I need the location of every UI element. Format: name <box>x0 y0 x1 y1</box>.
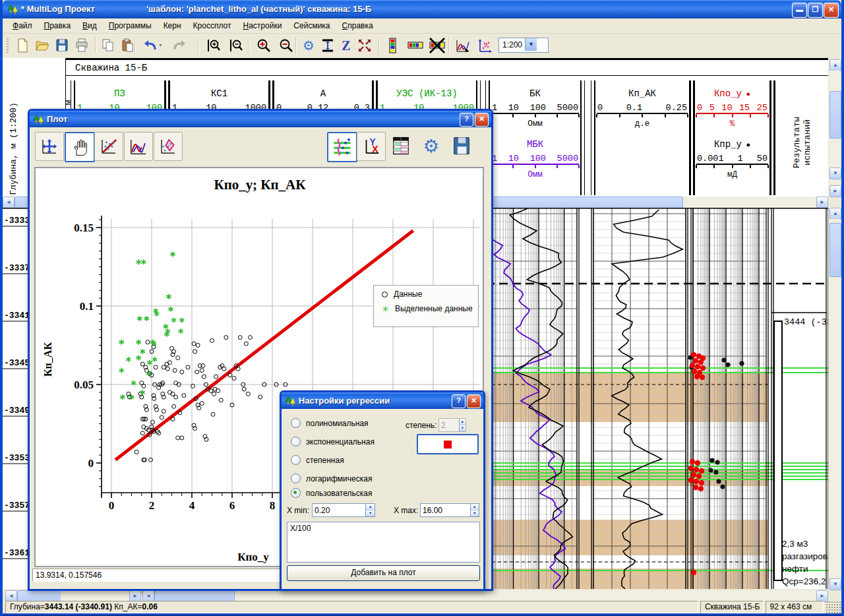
menu-item-5[interactable]: Керн <box>158 19 187 32</box>
toolbar-button-fit-height[interactable] <box>318 36 337 55</box>
x-min-spinner[interactable]: ▲▼ <box>312 503 375 517</box>
x-min-input[interactable] <box>313 504 365 516</box>
add-to-plot-button[interactable]: Добавить на плот <box>287 565 480 581</box>
plot-tool-settings2[interactable]: ⚙ <box>417 132 445 160</box>
menu-item-6[interactable]: Кроссплот <box>187 19 237 32</box>
toolbar-button-paste[interactable] <box>119 36 137 55</box>
tracks-vscroll-thumb[interactable] <box>829 223 841 277</box>
scale-combobox[interactable]: 1:200▼ <box>498 38 549 53</box>
spin-up-icon[interactable]: ▲ <box>471 504 479 510</box>
bottom-hscroll2-track[interactable] <box>154 590 816 601</box>
data-point <box>210 338 214 342</box>
menu-item-1[interactable]: Файл <box>7 19 38 32</box>
toolbar-button-print[interactable] <box>73 36 91 55</box>
combo-dropdown-button[interactable]: ▼ <box>525 38 537 51</box>
menu-item-7[interactable]: Настройки <box>237 19 287 32</box>
curve-name: КС1 <box>170 88 268 99</box>
spin-down-icon[interactable]: ▼ <box>366 510 375 517</box>
svg-text:0.15: 0.15 <box>74 222 94 234</box>
radio-dot[interactable] <box>291 418 301 428</box>
zoom-out-icon <box>278 38 294 53</box>
x-min-spin-arrows[interactable]: ▲▼ <box>365 504 375 516</box>
toolbar-button-curve-colors[interactable] <box>406 36 425 55</box>
toolbar-button-redo[interactable] <box>170 36 189 55</box>
core-sample-dot-red <box>699 480 704 485</box>
radio-степенная[interactable]: степенная <box>291 455 344 465</box>
plot-tool-save2[interactable] <box>448 132 475 160</box>
toolbar-button-zoom-width-in[interactable] <box>204 36 223 55</box>
plot-tool-table[interactable] <box>387 132 415 160</box>
plot-tool-regression[interactable] <box>94 132 123 161</box>
x-max-input[interactable] <box>421 504 470 516</box>
radio-dot[interactable] <box>291 455 301 465</box>
toolbar-button-undo[interactable] <box>141 36 160 55</box>
toolbar-button-open[interactable] <box>33 36 51 55</box>
hscroll-right-button[interactable]: ► <box>816 197 828 208</box>
plot-tool-series[interactable] <box>327 132 357 162</box>
tracks-vscroll-down-button[interactable]: ▼ <box>829 578 841 590</box>
formula-textarea[interactable]: X/100 <box>287 522 480 563</box>
radio-dot[interactable] <box>291 488 301 498</box>
menu-item-3[interactable]: Вид <box>76 19 103 32</box>
plot-tool-pan[interactable] <box>35 132 64 161</box>
toolbar-button-zoom-width-out[interactable] <box>227 36 245 55</box>
menu-item-9[interactable]: Справка <box>336 19 379 32</box>
header-vscroll-down-button[interactable]: ▼ <box>829 168 841 179</box>
minimize-button[interactable]: ▬ <box>792 3 807 18</box>
toolbar-button-fit-screen[interactable] <box>355 36 374 55</box>
toolbar-button-curve-colors-off[interactable] <box>428 36 446 55</box>
degree-spinner[interactable]: ▲▼ <box>438 418 466 432</box>
data-point <box>173 369 177 373</box>
header-vscroll-up-button[interactable]: ▲ <box>829 59 841 71</box>
x-max-spinner[interactable]: ▲▼ <box>420 503 479 517</box>
menu-item-8[interactable]: Сейсмика <box>287 19 336 32</box>
hscroll-left-button[interactable]: ◄ <box>3 197 15 208</box>
radio-логарифмическая[interactable]: логарифмическая <box>291 474 372 483</box>
regression-color-button[interactable] <box>417 434 479 454</box>
status-depth-readout: Глубина=3443.14 (-3340.91) Кп_АК=0.06 <box>5 601 698 613</box>
plot-tool-axes[interactable]: YX <box>357 132 386 161</box>
radio-пользовательская[interactable]: пользовательская <box>291 488 372 498</box>
toolbar-button-zoom-out[interactable] <box>277 36 295 55</box>
toolbar-button-track-colors[interactable] <box>384 36 402 55</box>
resize-grip[interactable] <box>826 601 841 613</box>
toolbar-grip[interactable] <box>7 38 9 53</box>
plot-tool-polygon-select[interactable] <box>154 132 183 161</box>
radio-dot[interactable] <box>291 437 301 447</box>
bottom-hscroll1-track[interactable] <box>61 590 129 601</box>
radio-dot[interactable] <box>291 474 301 483</box>
menu-item-2[interactable]: Правка <box>38 19 77 32</box>
degree-input[interactable] <box>439 419 459 431</box>
spin-up-icon[interactable]: ▲ <box>460 419 466 425</box>
toolbar-button-save[interactable] <box>53 36 71 55</box>
spin-down-icon[interactable]: ▼ <box>471 510 479 517</box>
header-hscroll-corner-button[interactable]: ► <box>829 185 841 197</box>
degree-spin-arrows[interactable]: ▲▼ <box>459 419 466 431</box>
header-vscroll-thumb[interactable] <box>829 91 841 139</box>
regression-icon <box>99 137 119 156</box>
plot-tool-histogram2[interactable] <box>124 132 153 161</box>
spin-up-icon[interactable]: ▲ <box>366 504 375 510</box>
toolbar-button-undo-drop[interactable] <box>158 36 166 55</box>
radio-полиномиальная[interactable]: полиномиальная <box>291 418 369 428</box>
regression-close-button[interactable]: ✕ <box>467 394 481 408</box>
menu-item-4[interactable]: Программы <box>103 19 158 32</box>
plot-help-button[interactable]: ? <box>460 113 473 127</box>
maximize-button[interactable]: ❐ <box>808 3 823 18</box>
plot-close-button[interactable]: ✕ <box>475 113 489 127</box>
toolbar-button-zoom-in[interactable] <box>255 36 273 55</box>
toolbar-button-crossplot[interactable] <box>476 36 495 55</box>
radio-экспоненциальная[interactable]: экспоненциальная <box>291 437 375 447</box>
toolbar-button-copy[interactable] <box>99 36 117 55</box>
plot-tool-hand[interactable] <box>65 132 95 162</box>
regression-help-button[interactable]: ? <box>452 394 466 408</box>
toolbar-button-new[interactable] <box>13 36 32 55</box>
x-max-spin-arrows[interactable]: ▲▼ <box>470 504 479 516</box>
toolbar-button-histogram[interactable] <box>454 36 472 55</box>
toolbar-button-settings-gear[interactable]: ⚙ <box>299 36 318 55</box>
close-button[interactable]: ✕ <box>824 3 839 18</box>
legend-row-data: Данные <box>374 286 478 300</box>
toolbar-button-z-scale[interactable]: Z <box>337 36 355 55</box>
tracks-vscroll-up-button[interactable]: ▲ <box>829 208 841 220</box>
spin-down-icon[interactable]: ▼ <box>460 425 466 432</box>
